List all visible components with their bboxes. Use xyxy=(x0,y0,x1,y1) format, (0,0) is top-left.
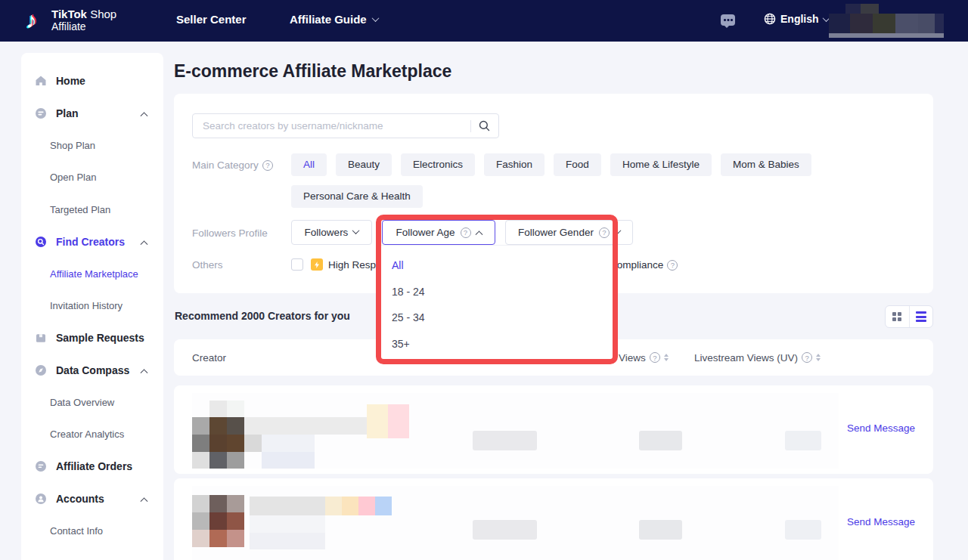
send-message-button[interactable]: Send Message xyxy=(847,422,915,434)
nav-seller-center[interactable]: Seller Center xyxy=(176,13,247,26)
sidebar-item-plan[interactable]: Plan xyxy=(21,103,163,124)
stat-blurred xyxy=(473,431,537,450)
category-chip-row-2: Personal Care & Health xyxy=(291,185,423,208)
sidebar-item-label: Plan xyxy=(56,107,79,119)
column-views: Views xyxy=(619,339,669,376)
follower-gender-dropdown[interactable]: Follower Gender xyxy=(505,220,633,245)
creator-search xyxy=(192,113,499,138)
help-icon[interactable] xyxy=(667,260,678,271)
search-input[interactable] xyxy=(203,120,470,131)
sidebar-item-invitation-history[interactable]: Invitation History xyxy=(21,295,163,316)
age-option-18-24[interactable]: 18 - 24 xyxy=(392,283,425,301)
category-chip-home-lifestyle[interactable]: Home & Lifestyle xyxy=(610,153,712,176)
sidebar-item-label: Open Plan xyxy=(50,172,96,183)
creator-row: Send Message xyxy=(174,478,933,560)
chevron-up-icon xyxy=(141,497,148,505)
list-view-icon xyxy=(916,311,926,322)
sidebar-item-creator-analytics[interactable]: Creator Analytics xyxy=(21,423,163,444)
high-response-checkbox[interactable] xyxy=(291,258,303,271)
category-chip-all[interactable]: All xyxy=(291,153,327,176)
language-selector[interactable]: English xyxy=(764,13,829,25)
category-chip-electronics[interactable]: Electronics xyxy=(401,153,475,176)
sidebar-item-data-overview[interactable]: Data Overview xyxy=(21,391,163,413)
stat-blurred xyxy=(785,520,821,540)
sidebar-item-label: Affiliate Marketplace xyxy=(50,268,138,280)
sidebar-item-affiliate-orders[interactable]: Affiliate Orders xyxy=(21,456,163,477)
category-chip-fashion[interactable]: Fashion xyxy=(484,153,544,176)
tiktok-shop-affiliate-logo[interactable]: ♪♪♪ TikTok Shop Affiliate xyxy=(26,7,116,34)
sidebar-item-open-plan[interactable]: Open Plan xyxy=(21,166,163,187)
sample-requests-icon xyxy=(35,332,47,344)
nav-affiliate-guide-label: Affiliate Guide xyxy=(290,13,367,26)
help-icon[interactable] xyxy=(650,352,660,363)
sidebar-item-find-creators[interactable]: Find Creators xyxy=(21,231,163,252)
stat-blurred xyxy=(473,520,537,540)
sidebar-item-label: Accounts xyxy=(56,493,104,505)
brand-name: TikTok xyxy=(51,8,87,20)
help-icon[interactable] xyxy=(599,227,610,238)
sidebar-item-label: Invitation History xyxy=(50,300,123,311)
age-option-25-34[interactable]: 25 - 34 xyxy=(392,308,425,326)
stat-blurred xyxy=(639,520,682,540)
tiktok-note-icon: ♪♪♪ xyxy=(26,7,45,34)
sidebar-item-home[interactable]: Home xyxy=(21,70,163,91)
grid-view-icon xyxy=(892,312,901,321)
category-chip-mom-babies[interactable]: Mom & Babies xyxy=(721,153,811,176)
sidebar-item-sample-requests[interactable]: Sample Requests xyxy=(21,327,163,348)
sidebar-item-label: Home xyxy=(56,75,85,87)
chevron-up-icon xyxy=(141,369,148,376)
follower-age-dropdown[interactable]: Follower Age xyxy=(382,220,495,245)
chevron-up-icon xyxy=(475,230,482,238)
sidebar-item-label: Contact Info xyxy=(50,525,103,537)
sidebar-item-data-compass[interactable]: Data Compass xyxy=(21,360,163,381)
brand-affiliate: Affiliate xyxy=(51,20,116,32)
help-icon[interactable] xyxy=(461,227,471,238)
sidebar-item-contact-info[interactable]: Contact Info xyxy=(21,520,163,541)
top-navbar: ♪♪♪ TikTok Shop Affiliate Seller Center … xyxy=(0,0,968,42)
sidebar-item-accounts[interactable]: Accounts xyxy=(21,488,163,509)
language-label: English xyxy=(780,13,819,25)
age-option-all[interactable]: All xyxy=(392,256,404,274)
compliance-label: Compliance xyxy=(610,259,678,271)
page-title: E-commerce Affiliate Marketplace xyxy=(174,61,451,82)
sort-icon[interactable] xyxy=(664,354,669,361)
sidebar-item-shop-plan[interactable]: Shop Plan xyxy=(21,135,163,156)
follower-age-label: Follower Age xyxy=(396,227,455,238)
chevron-down-icon xyxy=(371,14,379,22)
nav-seller-center-label: Seller Center xyxy=(176,13,247,26)
chevron-down-icon xyxy=(613,227,621,234)
category-chip-personal-care[interactable]: Personal Care & Health xyxy=(291,185,423,208)
grid-view-button[interactable] xyxy=(886,306,909,327)
main-category-label: Main Category xyxy=(192,159,273,171)
sidebar-item-affiliate-marketplace[interactable]: Affiliate Marketplace xyxy=(21,263,163,284)
sidebar-item-label: Creator Analytics xyxy=(50,429,124,440)
brand-shop: Shop xyxy=(90,8,116,20)
stat-blurred xyxy=(639,431,682,450)
chevron-up-icon xyxy=(141,240,148,248)
logo-text: TikTok Shop Affiliate xyxy=(51,8,116,32)
followers-dropdown[interactable]: Followers xyxy=(291,220,372,245)
sidebar-item-label: Shop Plan xyxy=(50,140,95,151)
followers-profile-label: Followers Profile xyxy=(192,227,268,239)
view-toggle xyxy=(885,305,933,328)
help-icon[interactable] xyxy=(262,160,273,171)
help-icon[interactable] xyxy=(802,352,812,363)
search-icon[interactable] xyxy=(479,120,490,131)
sidebar-item-label: Data Compass xyxy=(56,364,129,376)
sidebar-item-targeted-plan[interactable]: Targeted Plan xyxy=(21,199,163,220)
follower-gender-label: Follower Gender xyxy=(518,227,594,238)
category-chip-food[interactable]: Food xyxy=(554,153,601,176)
nav-affiliate-guide[interactable]: Affiliate Guide xyxy=(290,13,378,26)
list-view-button[interactable] xyxy=(909,306,933,327)
column-creator: Creator xyxy=(192,339,226,376)
user-account-blurred[interactable] xyxy=(829,4,944,38)
age-option-35plus[interactable]: 35+ xyxy=(392,335,410,353)
category-chip-beauty[interactable]: Beauty xyxy=(336,153,392,176)
recommend-count-text: Recommend 2000 Creators for you xyxy=(175,310,350,322)
sidebar-item-label: Targeted Plan xyxy=(50,204,110,215)
chat-icon[interactable] xyxy=(721,14,735,26)
globe-icon xyxy=(764,13,776,25)
send-message-button[interactable]: Send Message xyxy=(847,516,915,528)
followers-dropdown-label: Followers xyxy=(305,227,349,238)
sort-icon[interactable] xyxy=(816,354,821,361)
